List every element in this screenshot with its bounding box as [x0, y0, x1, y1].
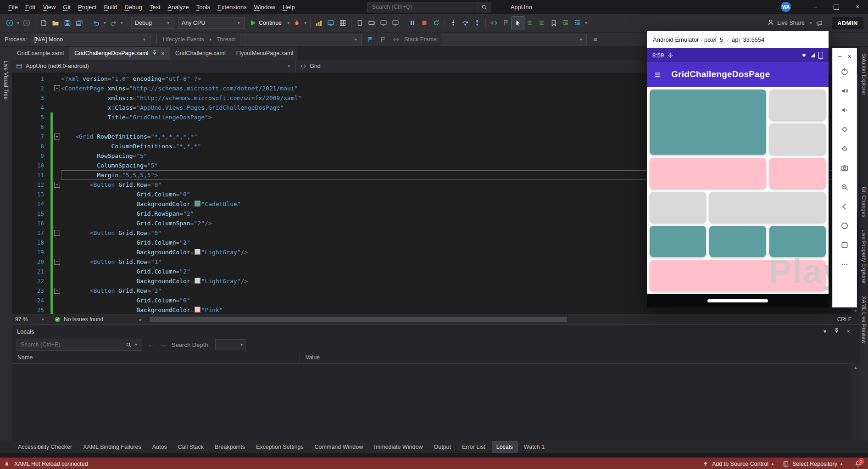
menu-edit[interactable]: Edit — [22, 2, 39, 12]
column-header-value[interactable]: Value — [300, 352, 860, 363]
search-prev-icon[interactable]: ← — [148, 341, 154, 348]
nav-forward-icon[interactable] — [21, 17, 33, 29]
xaml-live-preview-icon[interactable] — [325, 17, 337, 29]
emulator-volume-up-button[interactable] — [835, 81, 854, 100]
panel-tab-autos[interactable]: Autos — [148, 442, 171, 452]
menu-project[interactable]: Project — [74, 2, 100, 12]
process-dropdown[interactable]: [N/A] Mono ▾ — [31, 34, 150, 45]
menu-analyze[interactable]: Analyze — [164, 2, 193, 12]
dropdown-caret-icon[interactable]: ▾ — [808, 21, 813, 25]
editor-horizontal-scrollbar[interactable]: ◂ — [108, 314, 829, 324]
dock-tab-git-changes[interactable]: Git Changes — [861, 187, 867, 218]
search-depth-dropdown[interactable]: ▾ — [215, 339, 245, 350]
grid-button-lightgray-r3c1[interactable] — [709, 192, 826, 223]
menu-file[interactable]: File — [5, 2, 22, 12]
window-minimize-button[interactable]: − — [805, 0, 826, 14]
save-icon[interactable] — [61, 17, 73, 29]
flag-outline-icon[interactable] — [378, 35, 388, 44]
emulator-camera-button[interactable] — [835, 158, 854, 178]
emulator-close-button[interactable]: × — [847, 52, 851, 60]
grid-button-pink-r5[interactable] — [650, 260, 826, 291]
search-next-icon[interactable]: → — [160, 341, 166, 348]
second-display-icon[interactable] — [389, 17, 401, 29]
redo-icon[interactable] — [107, 17, 119, 29]
panel-tab-call-stack[interactable]: Call Stack — [174, 442, 208, 452]
search-icon[interactable] — [126, 342, 132, 348]
open-file-icon[interactable] — [50, 17, 61, 29]
panel-tab-immediate-window[interactable]: Immediate Window — [370, 442, 427, 452]
grid-button-lightgray-r3c0[interactable] — [650, 192, 706, 223]
doc-tab-flyoutmenupage-xaml[interactable]: FlyoutMenuPage.xaml — [231, 47, 299, 60]
locals-search-box[interactable]: ▾ — [17, 339, 142, 351]
fold-margin[interactable]: − — [53, 259, 61, 265]
grid-button-cadetblue-r4c0[interactable] — [650, 226, 706, 257]
grid-button-pink-r2c2[interactable] — [769, 158, 826, 189]
format-lines-icon[interactable] — [536, 17, 548, 29]
pin-icon[interactable] — [152, 50, 157, 57]
panel-tab-xaml-binding-failures[interactable]: XAML Binding Failures — [79, 442, 145, 452]
dropdown-caret-icon[interactable]: ▾ — [584, 21, 589, 25]
dropdown-caret-icon[interactable]: ▾ — [286, 21, 291, 25]
device-landscape-icon[interactable] — [366, 17, 378, 29]
menu-view[interactable]: View — [39, 2, 59, 12]
flag-blue-icon[interactable] — [366, 35, 375, 44]
panel-tab-exception-settings[interactable]: Exception Settings — [252, 442, 308, 452]
close-icon[interactable]: × — [847, 328, 850, 335]
column-header-name[interactable]: Name — [12, 352, 300, 363]
dock-tab-live-visual-tree[interactable]: Live Visual Tree — [3, 61, 9, 100]
emulator-rotate-right-button[interactable] — [835, 139, 854, 158]
pause-icon[interactable] — [406, 17, 418, 29]
menu-git[interactable]: Git — [59, 2, 74, 12]
step-out-icon[interactable] — [471, 17, 483, 29]
step-over-icon[interactable] — [459, 17, 471, 29]
panel-tab-command-window[interactable]: Command Window — [311, 442, 367, 452]
toolbar-options-icon[interactable]: ≡ — [593, 36, 597, 43]
search-options-caret[interactable]: ▾ — [134, 342, 139, 347]
emulator-home-button[interactable] — [835, 216, 854, 235]
grid-button-cadetblue[interactable] — [650, 89, 766, 155]
link-frames-icon[interactable] — [391, 35, 401, 44]
lifecycle-events-button[interactable]: Lifecycle Events — [163, 36, 204, 43]
split-view-icon[interactable] — [337, 17, 349, 29]
menu-debug[interactable]: Debug — [121, 2, 145, 12]
panel-tab-locals[interactable]: Locals — [492, 442, 517, 452]
hscrollbar-thumb[interactable] — [150, 317, 567, 322]
stack-frame-dropdown[interactable]: ▾ — [442, 34, 587, 45]
dropdown-caret-icon[interactable]: ▾ — [303, 21, 308, 25]
issues-indicator[interactable]: No issues found — [49, 316, 108, 323]
scroll-down-icon[interactable]: ▾ — [851, 308, 860, 313]
notifications-button[interactable]: 1 — [851, 458, 864, 469]
emulator-more-button[interactable] — [835, 255, 854, 274]
dock-tab-xaml-live-preview[interactable]: XAML Live Preview — [861, 296, 867, 344]
locals-grid-body[interactable] — [12, 364, 860, 441]
restart-icon[interactable] — [430, 17, 442, 29]
dock-tab-solution-explorer[interactable]: Solution Explorer — [861, 53, 867, 95]
add-to-source-control-button[interactable]: Add to Source Control ▴ — [702, 461, 773, 467]
outdent-icon[interactable] — [572, 17, 584, 29]
panel-tab-error-list[interactable]: Error List — [458, 442, 490, 452]
undo-icon[interactable] — [90, 17, 102, 29]
panel-tab-watch-1[interactable]: Watch 1 — [520, 442, 549, 452]
bookmark-icon[interactable] — [548, 17, 560, 29]
indent-icon[interactable] — [560, 17, 572, 29]
grid-button-cadetblue-r4c1[interactable] — [709, 226, 766, 257]
locals-search-input[interactable] — [17, 341, 122, 348]
align-lines-icon[interactable] — [524, 17, 536, 29]
dropdown-caret-icon[interactable]: ▾ — [119, 21, 124, 25]
window-position-icon[interactable]: ▾ — [823, 328, 826, 335]
emulator-back-button[interactable] — [835, 197, 854, 216]
xaml-tag-icon[interactable] — [488, 17, 500, 29]
fold-margin[interactable]: − — [53, 182, 61, 188]
scroll-left-icon[interactable]: ◂ — [139, 314, 141, 324]
hamburger-menu-icon[interactable]: ≡ — [655, 70, 660, 79]
save-all-icon[interactable] — [73, 17, 85, 29]
menu-extensions[interactable]: Extensions — [214, 2, 250, 12]
panel-tab-breakpoints[interactable]: Breakpoints — [211, 442, 249, 452]
grid-button-cadetblue-r4c2[interactable] — [769, 226, 826, 257]
stop-icon[interactable] — [418, 17, 430, 29]
grid-button-lightgray-r1c2[interactable] — [769, 123, 826, 154]
emulator-minimize-button[interactable]: − — [838, 52, 842, 60]
project-dropdown[interactable]: AppUno (net6.0-android) ▾ — [12, 60, 296, 73]
dropdown-caret-icon[interactable]: ▾ — [102, 21, 107, 25]
emulator-overview-button[interactable] — [835, 235, 854, 255]
